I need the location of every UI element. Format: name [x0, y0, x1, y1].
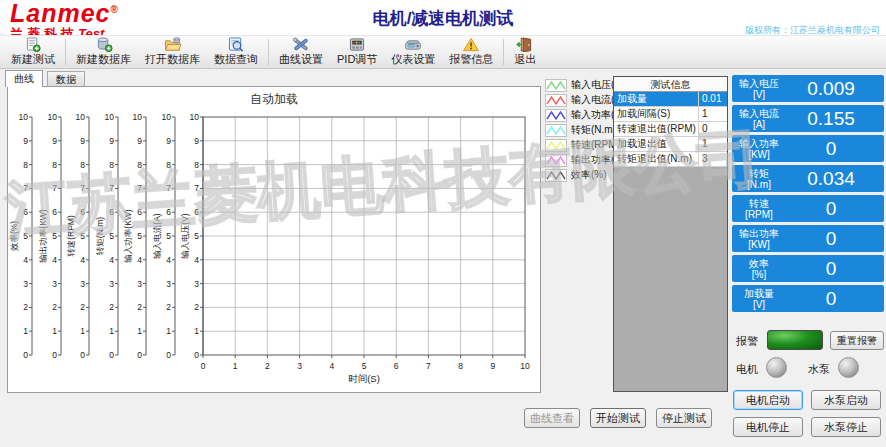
line-swatch-icon	[545, 79, 567, 92]
svg-text:7: 7	[23, 183, 28, 193]
table-row[interactable]: 转矩退出值(N.m) 3	[614, 152, 727, 167]
motor-stop-button[interactable]: 电机停止	[733, 417, 803, 437]
chart-canvas: 自动加载012345678910效率(%)012345678910输出功率(KW…	[8, 87, 540, 392]
svg-text:输入功率(KW): 输入功率(KW)	[123, 209, 133, 264]
toolbar-data-query[interactable]: 数据查询	[207, 36, 265, 68]
svg-text:3: 3	[137, 279, 142, 289]
svg-text:7: 7	[137, 183, 142, 193]
toolbar-separator	[503, 39, 504, 65]
row-value: 1	[699, 107, 727, 121]
exit-icon	[516, 37, 534, 52]
tab-data[interactable]: 数据	[47, 71, 85, 87]
svg-text:2: 2	[80, 302, 85, 312]
toolbar-curve-settings[interactable]: 曲线设置	[272, 36, 330, 68]
readout-value: 0.009	[786, 78, 884, 100]
line-swatch-icon	[545, 94, 567, 107]
readout-label: 加载量	[744, 288, 774, 299]
svg-text:6: 6	[166, 207, 171, 217]
svg-text:3: 3	[194, 279, 199, 289]
readout-unit: [%]	[752, 269, 766, 280]
readout-input-current: 输入电流[A] 0.155	[732, 105, 884, 132]
alarm-info-icon	[462, 37, 480, 52]
readout-label: 效率	[749, 258, 769, 269]
svg-text:9: 9	[194, 136, 199, 146]
table-row[interactable]: 加载量 0.01	[614, 92, 727, 107]
readout-input-voltage: 输入电压[V] 0.009	[732, 75, 884, 102]
reset-alarm-button[interactable]: 重置报警	[830, 331, 884, 350]
svg-text:8: 8	[194, 160, 199, 170]
readout-value: 0	[786, 288, 884, 310]
row-label: 加载量	[614, 92, 699, 106]
table-row[interactable]: 加载退出值 1	[614, 137, 727, 152]
svg-text:5: 5	[362, 361, 367, 371]
row-value: 0.01	[699, 92, 727, 106]
readout-value: 0	[786, 228, 884, 250]
svg-text:0: 0	[166, 350, 171, 360]
svg-text:10: 10	[48, 112, 58, 122]
pump-start-button[interactable]: 水泵启动	[811, 390, 881, 410]
readout-torque: 转矩[N.m] 0.034	[732, 165, 884, 192]
svg-text:6: 6	[23, 207, 28, 217]
svg-text:输入电流(A): 输入电流(A)	[152, 213, 162, 260]
alarm-led-indicator	[767, 330, 823, 350]
svg-text:1: 1	[23, 326, 28, 336]
toolbar-new-test[interactable]: 新建测试	[4, 36, 62, 68]
svg-text:2: 2	[109, 302, 114, 312]
toolbar-exit[interactable]: 退出	[507, 36, 543, 68]
readout-value: 0	[786, 258, 884, 280]
svg-text:5: 5	[23, 231, 28, 241]
stop-test-button[interactable]: 停止测试	[656, 408, 712, 428]
svg-text:7: 7	[426, 361, 431, 371]
toolbar-label: 曲线设置	[279, 52, 323, 67]
table-row[interactable]: 转速退出值(RPM) 0	[614, 122, 727, 137]
svg-text:8: 8	[52, 160, 57, 170]
readout-efficiency: 效率[%] 0	[732, 255, 884, 282]
svg-text:7: 7	[166, 183, 171, 193]
readout-unit: [N.m]	[747, 179, 771, 190]
open-database-icon	[164, 37, 182, 52]
svg-text:9: 9	[23, 136, 28, 146]
start-test-button[interactable]: 开始测试	[590, 408, 646, 428]
svg-text:9: 9	[52, 136, 57, 146]
pump-led-indicator	[838, 357, 859, 378]
toolbar-instrument-settings[interactable]: 仪表设置	[384, 36, 442, 68]
motor-label: 电机	[736, 362, 758, 377]
motor-start-button[interactable]: 电机启动	[733, 390, 803, 410]
line-swatch-icon	[545, 169, 567, 182]
toolbar-alarm-info[interactable]: 报警信息	[442, 36, 500, 68]
svg-text:1: 1	[52, 326, 57, 336]
alarm-label: 报警	[736, 334, 758, 349]
readout-output-power: 输出功率[KW] 0	[732, 225, 884, 252]
svg-text:9: 9	[166, 136, 171, 146]
tab-curve[interactable]: 曲线	[5, 70, 43, 87]
toolbar-label: PID调节	[337, 52, 377, 67]
readout-label: 输出功率	[739, 228, 779, 239]
svg-text:9: 9	[80, 136, 85, 146]
readout-label: 输入电压	[739, 78, 779, 89]
toolbar-open-database[interactable]: 打开数据库	[138, 36, 207, 68]
readout-label: 转矩	[749, 168, 769, 179]
svg-text:0: 0	[194, 350, 199, 360]
svg-text:3: 3	[297, 361, 302, 371]
readout-load: 加载量[V] 0	[732, 285, 884, 312]
toolbar-pid-tune[interactable]: PID调节	[330, 36, 384, 68]
svg-text:4: 4	[194, 255, 199, 265]
table-row[interactable]: 加载间隔(S) 1	[614, 107, 727, 122]
curve-view-button[interactable]: 曲线查看	[524, 408, 580, 428]
toolbar-label: 新建测试	[11, 52, 55, 67]
svg-text:5: 5	[166, 231, 171, 241]
readout-panel: 输入电压[V] 0.009 输入电流[A] 0.155 输入功率[KW] 0 转…	[732, 75, 884, 315]
row-label: 加载退出值	[614, 137, 699, 151]
svg-text:3: 3	[166, 279, 171, 289]
pump-stop-button[interactable]: 水泵停止	[811, 417, 881, 437]
svg-text:9: 9	[490, 361, 495, 371]
svg-text:5: 5	[80, 231, 85, 241]
svg-text:1: 1	[233, 361, 238, 371]
toolbar-new-database[interactable]: 新建数据库	[69, 36, 138, 68]
svg-text:效率(%): 效率(%)	[9, 221, 19, 251]
svg-text:1: 1	[137, 326, 142, 336]
svg-text:5: 5	[194, 231, 199, 241]
svg-text:3: 3	[109, 279, 114, 289]
readout-unit: [V]	[753, 89, 765, 100]
new-test-icon	[24, 37, 42, 52]
